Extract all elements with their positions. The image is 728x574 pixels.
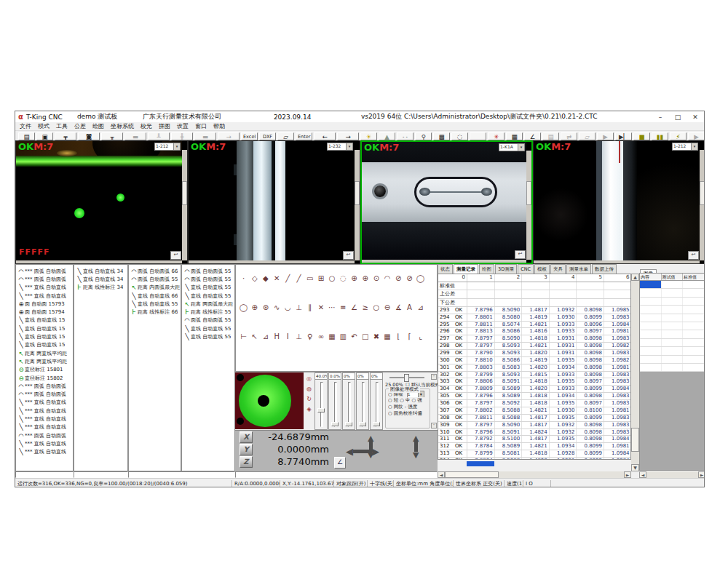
measure-tool-icon[interactable]: ◯ (238, 303, 249, 313)
toolbar-button[interactable]: ✳ (488, 132, 505, 140)
slider-thumb[interactable] (317, 408, 325, 412)
jog-z-arrow[interactable]: ▲▼ (413, 435, 419, 458)
toolbar-button[interactable]: ⚡ (670, 132, 687, 140)
slider-thumb[interactable] (359, 422, 366, 426)
feature-list-item[interactable]: ◠ *** 圆弧 自动圆弧 (16, 390, 73, 398)
scroll-down-icon[interactable]: ▼ (631, 464, 639, 471)
slider-thumb[interactable] (345, 422, 352, 426)
table-row[interactable]: 305OK7.87968.50891.48181.09340.80981.098… (438, 393, 630, 400)
toolbar-button[interactable]: ☀ (360, 132, 377, 140)
measure-tool-icon[interactable]: ⋯ (327, 303, 338, 313)
light-mode-icon[interactable]: ◈ (306, 404, 311, 415)
measure-tool-icon[interactable]: ∥ (304, 303, 315, 313)
feature-list-item[interactable]: ╲ 直线 自动直线 66 (129, 292, 181, 300)
element-row-selected[interactable] (640, 281, 705, 289)
feature-list-item[interactable]: ╲ 直线 自动直线 15 (16, 324, 73, 332)
grid-fixed-row[interactable]: 标准值 (438, 282, 630, 290)
measure-tool-icon[interactable]: H (272, 332, 282, 342)
toolbar-button[interactable]: ▦ (506, 132, 523, 140)
scroll-up-icon[interactable]: ▲ (631, 274, 639, 281)
menu-item[interactable]: 窗口 (195, 122, 207, 130)
cam1-vertical-scrollbar[interactable] (182, 150, 187, 260)
feature-list-item[interactable]: Ͱ 距离 线性标注 34 (74, 284, 127, 292)
measure-tool-icon[interactable]: ⊥ (293, 332, 304, 342)
table-row[interactable]: 313OK7.87998.50811.48181.09280.80991.098… (438, 450, 630, 458)
measure-tool-icon[interactable]: ○ (327, 274, 338, 284)
feature-list-item[interactable]: ⊕ 圆 自动圆 15793 (16, 300, 73, 308)
strength-radio-row[interactable]: ○ 轻 ○ 中 ○ 强 (388, 397, 428, 404)
toolbar-button[interactable]: ▱ (579, 132, 596, 140)
toolbar-button[interactable]: ▬ (194, 132, 216, 140)
measure-tool-icon[interactable]: ✕ (315, 303, 326, 313)
table-row[interactable]: 309OK7.87978.50901.48171.09320.80981.098… (438, 422, 630, 429)
toolbar-button[interactable]: ▩ (433, 132, 450, 140)
table-row[interactable]: 300OK7.88108.50861.48191.09350.80981.098… (438, 357, 630, 364)
toolbar-button[interactable]: ╨ (148, 132, 170, 140)
maximize-button[interactable]: □ (669, 113, 687, 121)
measure-tool-icon[interactable]: ∞ (315, 332, 326, 342)
cam4-vertical-scrollbar[interactable] (700, 150, 705, 260)
table-row[interactable]: 302OK7.87998.50931.48151.09330.80981.098… (438, 372, 630, 379)
grid-horizontal-scrollbar[interactable]: ◄ ► (438, 471, 631, 478)
record-tab[interactable]: 夹具 (550, 264, 566, 274)
element-row[interactable] (640, 298, 705, 306)
measure-tool-icon[interactable]: ⊕ (249, 303, 260, 313)
slider-thumb[interactable] (331, 422, 339, 426)
feature-list-item[interactable]: ╲ 直线 自动直线 55 (182, 284, 234, 292)
measurement-table[interactable]: 0123456 标准值 上公差 下公差 293OK7.87968.50901.4… (438, 274, 631, 460)
record-tab[interactable]: 绘图 (479, 264, 494, 274)
measure-tool-icon[interactable]: ⊢ (238, 332, 249, 342)
options-scrollbar[interactable]: ˄ ˅ (431, 374, 437, 428)
corner-radio-row[interactable]: ○ 圆角校准纠偏 (388, 410, 428, 417)
element-row[interactable] (640, 347, 705, 355)
toolbar-button[interactable]: ▲ (379, 132, 395, 140)
menu-item[interactable]: 帮助 (213, 122, 225, 130)
record-tab[interactable]: 3D测量 (495, 264, 517, 274)
toolbar-button[interactable]: ▬ (124, 132, 146, 140)
grid-fixed-row[interactable]: 下公差 (438, 299, 630, 307)
table-row[interactable]: 307OK7.88028.50881.48211.09300.81001.098… (438, 407, 630, 415)
feature-list-item[interactable]: ╲ 直线 自动直线 55 (182, 292, 234, 300)
scroll-right-icon[interactable]: ► (698, 471, 705, 478)
toolbar-button[interactable]: ▤ (542, 132, 559, 140)
measure-tool-icon[interactable]: ✖ (371, 332, 381, 342)
feature-list-item[interactable]: ◠ *** 圆弧 自动圆弧 (16, 267, 73, 275)
cam1-range-dropdown[interactable]: 1-212 ▾ (154, 143, 181, 151)
toolbar-button[interactable]: ■ (633, 132, 650, 140)
toolbar-button[interactable]: Enter (296, 132, 312, 140)
menu-item[interactable]: 校光 (141, 122, 152, 130)
measure-tool-icon[interactable]: ◌ (338, 274, 349, 284)
record-tab[interactable]: 数据上传 (592, 264, 617, 274)
cam4-grab-icon[interactable]: ↩ (688, 251, 699, 260)
measure-tool-icon[interactable]: ⊘ (404, 274, 415, 284)
table-row[interactable]: 296OK7.88138.50861.48161.09330.80971.098… (438, 328, 630, 335)
cam3-grab-icon[interactable]: ↩ (515, 250, 526, 259)
element-row[interactable] (640, 339, 705, 347)
record-tab[interactable]: 测量水单 (566, 264, 591, 274)
measure-tool-icon[interactable]: ✕ (272, 274, 282, 284)
light-slider[interactable]: 0% (370, 372, 383, 430)
feature-list-item[interactable]: ◠ *** 圆弧 自动圆弧 (16, 382, 73, 390)
feature-list-item[interactable]: ╲ 直线 自动直线 15 (16, 341, 73, 349)
measure-tool-icon[interactable]: ⊕ (349, 274, 360, 284)
feature-list-item[interactable]: ↖ 距离 内圆弧最大距 (129, 284, 181, 292)
camera-view-2[interactable]: OKM:7 1-232 ▾ ↩ (188, 140, 360, 264)
measure-tool-icon[interactable]: ↖ (249, 332, 260, 342)
chevron-down-icon[interactable]: ▾ (173, 143, 180, 150)
feature-list-item[interactable]: ╲ *** 直线 自动直线 (16, 423, 73, 431)
feature-list-item[interactable]: ⊖ 直径标注 15802 (16, 374, 73, 382)
measure-tool-icon[interactable]: ╱ (282, 274, 293, 284)
toolbar-button[interactable]: ╥ (101, 132, 123, 140)
measure-tool-icon[interactable]: ⊥ (293, 303, 304, 313)
record-tab[interactable]: 模板 (534, 264, 550, 274)
table-row[interactable]: 298OK7.87978.50931.48211.09310.80981.098… (438, 343, 630, 350)
camera-view-4[interactable]: OKM:7 1-212 ▾ ↩ (533, 140, 705, 264)
measure-tool-icon[interactable]: ▦ (381, 332, 392, 342)
light-mode-icon[interactable]: ◎ (306, 374, 312, 384)
menu-item[interactable]: 坐标系统 (111, 122, 134, 130)
feature-list-item[interactable]: ╲ *** 直线 自动直线 (16, 284, 73, 292)
cam3-horizontal-scrollbar[interactable] (362, 260, 526, 263)
grid-fixed-row[interactable]: 上公差 (438, 290, 630, 298)
jog-vertical-arrow[interactable]: ▲▼ (368, 435, 373, 458)
measure-tool-icon[interactable]: ▦ (327, 332, 338, 342)
